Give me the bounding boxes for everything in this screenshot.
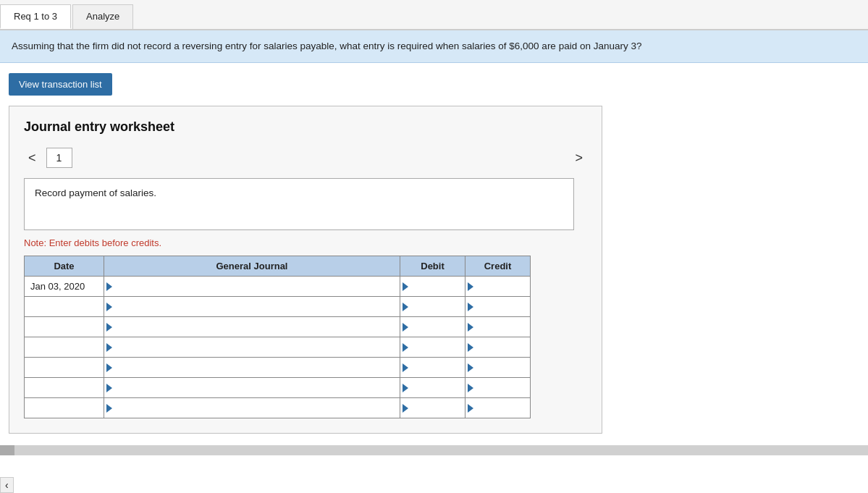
prev-button[interactable]: < [24,149,41,167]
table-row-journal-2[interactable] [104,317,400,337]
scrollbar-area[interactable] [0,445,868,455]
table-row-debit-2[interactable] [400,317,465,337]
question-banner: Assuming that the firm did not record a … [0,30,868,63]
worksheet-container: Journal entry worksheet < 1 > Record pay… [9,106,602,434]
table-row-credit-0[interactable] [465,277,531,297]
table-row-credit-3[interactable] [465,337,531,358]
table-row-date-2[interactable] [25,317,104,337]
tab-analyze[interactable]: Analyze [72,4,133,29]
col-header-credit: Credit [465,256,531,277]
table-row-date-6[interactable] [25,398,104,418]
nav-row: < 1 > [24,148,587,168]
table-row-debit-0[interactable] [400,277,465,297]
table-row-date-1[interactable] [25,297,104,317]
table-row-date-0[interactable]: Jan 03, 2020 [25,277,104,297]
next-button[interactable]: > [570,149,587,167]
record-description: Record payment of salaries. [24,178,574,230]
table-row-date-5[interactable] [25,378,104,398]
question-text: Assuming that the firm did not record a … [12,41,641,51]
page-number: 1 [46,148,72,168]
col-header-general-journal: General Journal [104,256,400,277]
tab-req1to3[interactable]: Req 1 to 3 [0,4,71,29]
note-text: Note: Enter debits before credits. [24,237,587,248]
table-row-credit-1[interactable] [465,297,531,317]
col-header-date: Date [25,256,104,277]
journal-table: Date General Journal Debit Credit Jan 03… [24,256,531,418]
col-header-debit: Debit [400,256,465,277]
table-row-credit-5[interactable] [465,378,531,398]
table-row-credit-4[interactable] [465,358,531,378]
table-row-date-3[interactable] [25,337,104,358]
table-row-journal-1[interactable] [104,297,400,317]
table-row-journal-5[interactable] [104,378,400,398]
table-row-debit-6[interactable] [400,398,465,418]
table-row-credit-2[interactable] [465,317,531,337]
table-row-debit-4[interactable] [400,358,465,378]
table-row-debit-5[interactable] [400,378,465,398]
table-row-journal-3[interactable] [104,337,400,358]
table-row-journal-0[interactable] [104,277,400,297]
table-row-debit-3[interactable] [400,337,465,358]
scrollbar-thumb[interactable] [0,445,14,455]
view-transaction-button[interactable]: View transaction list [9,73,112,96]
nav-left: < 1 [24,148,72,168]
tabs-bar: Req 1 to 3 Analyze [0,0,868,30]
table-row-journal-6[interactable] [104,398,400,418]
worksheet-title: Journal entry worksheet [24,119,587,135]
table-row-debit-1[interactable] [400,297,465,317]
table-row-credit-6[interactable] [465,398,531,418]
record-description-text: Record payment of salaries. [35,187,156,198]
table-row-journal-4[interactable] [104,358,400,378]
table-row-date-4[interactable] [25,358,104,378]
